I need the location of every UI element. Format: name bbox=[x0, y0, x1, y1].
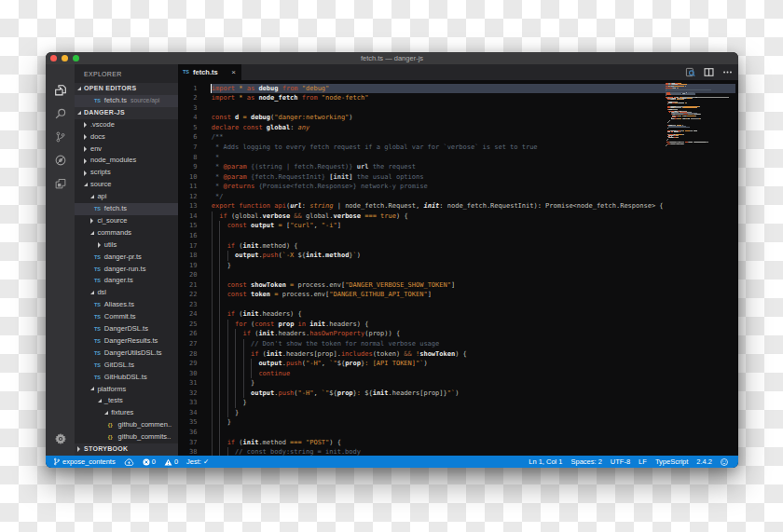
code-line-7: * Adds logging to every fetch request if… bbox=[212, 143, 538, 153]
code-line-10: * @param {fetch.RequestInit} [init] the … bbox=[212, 172, 424, 183]
tree-item-aliases.ts[interactable]: TSAliases.ts bbox=[75, 299, 178, 311]
item-label: dsl bbox=[97, 287, 106, 299]
code-line-33: } bbox=[212, 398, 247, 408]
tree-item-fetch.ts[interactable]: TSfetch.tssource/api bbox=[75, 95, 178, 107]
line-number: 24 bbox=[178, 309, 198, 320]
vscode-window: fetch.ts — danger-js bbox=[46, 52, 738, 468]
code-line-8: * bbox=[212, 153, 219, 163]
debug-icon[interactable] bbox=[54, 155, 66, 167]
tab-fetch-ts[interactable]: TS fetch.ts × bbox=[178, 64, 241, 80]
tree-item-dangerresults.ts[interactable]: TSDangerResults.ts bbox=[75, 335, 178, 348]
tree-item-danger-run.ts[interactable]: TSdanger-run.ts bbox=[75, 264, 178, 276]
settings-gear-icon[interactable] bbox=[55, 431, 66, 448]
status-typescript[interactable]: TypeScript bbox=[655, 456, 688, 468]
status-lf[interactable]: LF bbox=[639, 456, 647, 468]
extensions-icon[interactable] bbox=[55, 178, 66, 189]
code-line-22: const token = process.env["DANGER_GITHUB… bbox=[212, 290, 432, 300]
tree-item-env[interactable]: env bbox=[75, 143, 178, 156]
status-label: expose_contents bbox=[62, 456, 116, 468]
transparency-checkerboard-background: fetch.ts — danger-js bbox=[0, 0, 783, 532]
split-editor-icon[interactable] bbox=[704, 67, 714, 77]
status-ln-1-col-1[interactable]: Ln 1, Col 1 bbox=[529, 456, 562, 468]
status-smiley[interactable] bbox=[721, 458, 728, 466]
tree-item-node-modules[interactable]: node_modules bbox=[75, 155, 178, 167]
tree-item-commit.ts[interactable]: TSCommit.ts bbox=[75, 311, 178, 323]
tree-item-githubdsl.ts[interactable]: TSGitHubDSL.ts bbox=[75, 372, 178, 384]
chevron-expanded-icon bbox=[90, 231, 94, 235]
tab-label: fetch.ts bbox=[193, 64, 218, 80]
chevron-collapsed-icon bbox=[84, 158, 87, 164]
tree-item-fetch.ts[interactable]: TSfetch.ts bbox=[75, 203, 178, 215]
window-title: fetch.ts — danger-js bbox=[46, 52, 738, 64]
code-line-31: } bbox=[212, 378, 254, 389]
explorer-icon[interactable] bbox=[54, 85, 66, 97]
tree-item-github-commen..[interactable]: {}github_commen.. bbox=[75, 419, 178, 431]
status-expose-contents[interactable]: expose_contents bbox=[53, 456, 116, 468]
open-preview-icon[interactable] bbox=[685, 67, 695, 77]
tree-item--tests[interactable]: _tests bbox=[75, 395, 178, 407]
tree-item-commands[interactable]: commands bbox=[75, 227, 178, 239]
tree-item-github-commits..[interactable]: {}github_commits.. bbox=[75, 431, 178, 443]
chevron-expanded-icon bbox=[90, 291, 94, 294]
item-label: source bbox=[90, 179, 112, 191]
tree-item-api[interactable]: api bbox=[75, 191, 178, 203]
status-label: 2.4.2 bbox=[696, 456, 712, 468]
chevron-expanded-icon bbox=[84, 183, 88, 186]
json-file-icon: {} bbox=[108, 419, 113, 431]
search-icon[interactable] bbox=[54, 108, 66, 120]
chevron-expanded-icon bbox=[77, 111, 81, 115]
code-line-13: export function api(url: string | node_f… bbox=[212, 201, 664, 211]
editor-group: TS fetch.ts × bbox=[178, 64, 738, 456]
status-label: Ln 1, Col 1 bbox=[529, 456, 562, 468]
more-actions-icon[interactable] bbox=[722, 67, 733, 77]
status-jest[interactable]: Jest: ✓ bbox=[186, 456, 209, 468]
tree-item-dangerdsl.ts[interactable]: TSDangerDSL.ts bbox=[75, 323, 178, 335]
git-branch-icon bbox=[53, 457, 61, 466]
code-line-17: if (init.method) { bbox=[212, 241, 298, 252]
item-label: platforms bbox=[97, 384, 126, 396]
tree-item-scripts[interactable]: scripts bbox=[75, 167, 178, 179]
code-editor[interactable]: 1234567891011121314151617181920212223242… bbox=[178, 80, 738, 456]
status-0[interactable]: 0 bbox=[164, 456, 178, 468]
section-header-danger-js[interactable]: DANGER-JS bbox=[75, 107, 178, 119]
tree-item-dsl[interactable]: dsl bbox=[75, 287, 178, 299]
tree-item-utils[interactable]: utils bbox=[75, 239, 178, 252]
code-line-5: declare const global: any bbox=[212, 123, 309, 133]
section-header-open-editors[interactable]: OPEN EDITORS bbox=[75, 83, 178, 95]
code-line-34: } bbox=[212, 408, 240, 418]
tree-item-ci-source[interactable]: ci_source bbox=[75, 215, 178, 227]
typescript-file-icon: TS bbox=[94, 323, 101, 335]
close-tab-icon[interactable]: × bbox=[231, 64, 236, 80]
tree-item-fixtures[interactable]: fixtures bbox=[75, 407, 178, 419]
item-label: Commit.ts bbox=[104, 311, 136, 323]
json-file-icon: {} bbox=[108, 431, 113, 443]
minimap[interactable] bbox=[666, 83, 737, 456]
line-number: 25 bbox=[178, 320, 198, 330]
status-0[interactable]: 0 bbox=[143, 456, 156, 468]
section-header-storybook[interactable]: STORYBOOK bbox=[75, 443, 178, 456]
tree-item-danger-pr.ts[interactable]: TSdanger-pr.ts bbox=[75, 252, 178, 264]
tree-item-gitdsl.ts[interactable]: TSGitDSL.ts bbox=[75, 360, 178, 372]
tree-item-docs[interactable]: docs bbox=[75, 131, 178, 143]
tree-item-platforms[interactable]: platforms bbox=[75, 384, 178, 396]
line-number: 36 bbox=[178, 428, 198, 438]
line-number: 4 bbox=[178, 113, 198, 123]
tree-item-dangerutilsdsl.ts[interactable]: TSDangerUtilsDSL.ts bbox=[75, 348, 178, 360]
status-label: UTF-8 bbox=[611, 456, 630, 468]
status-2.4.2[interactable]: 2.4.2 bbox=[696, 456, 712, 468]
line-number: 7 bbox=[178, 143, 198, 153]
chevron-expanded-icon bbox=[98, 399, 102, 402]
code-line-28: if (init.headers[prop].includes(token) &… bbox=[212, 349, 467, 360]
tree-item-danger.ts[interactable]: TSdanger.ts bbox=[75, 275, 178, 287]
status-spaces-2[interactable]: Spaces: 2 bbox=[571, 456, 602, 468]
tree-item-source[interactable]: source bbox=[75, 179, 178, 191]
status-label: TypeScript bbox=[655, 456, 688, 468]
typescript-file-icon: TS bbox=[94, 372, 101, 384]
code-line-35: } bbox=[212, 417, 231, 428]
titlebar[interactable]: fetch.ts — danger-js bbox=[46, 52, 738, 64]
status-cloud-upload[interactable] bbox=[124, 458, 134, 466]
tree-item-.vscode[interactable]: .vscode bbox=[75, 119, 178, 131]
text-cursor bbox=[211, 84, 212, 92]
source-control-icon[interactable] bbox=[55, 131, 66, 143]
status-utf-8[interactable]: UTF-8 bbox=[611, 456, 630, 468]
